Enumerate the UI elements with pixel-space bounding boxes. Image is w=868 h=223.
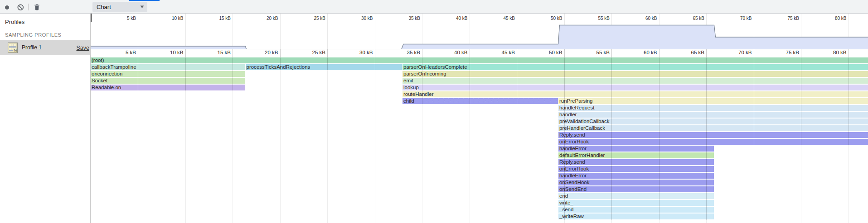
svg-text:%: % [14, 48, 17, 52]
